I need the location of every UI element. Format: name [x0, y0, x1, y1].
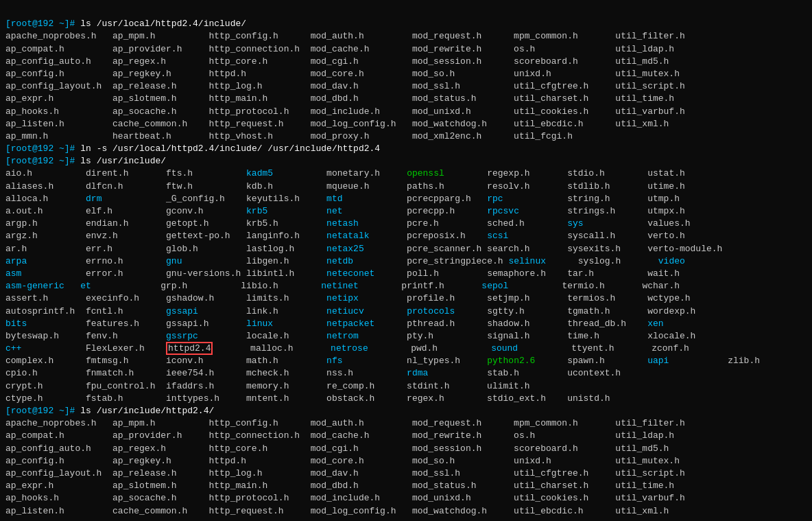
include-row-5: argp.h endian.h getopt.h krb5.h netash p… [5, 218, 691, 229]
prompt-line-2: [root@192 ~]# ln -s /usr/local/httpd2.4/… [5, 143, 380, 154]
prompt-line-1: [root@192 ~]# ls /usr/local/httpd2.4/inc… [5, 19, 246, 29]
output-row-4: ap_config.h ap_regkey.h httpd.h mod_core… [5, 69, 680, 79]
include-row-17: cpio.h fnmatch.h ieee754.h mcheck.h nss.… [5, 368, 621, 378]
httpd-row-4: ap_config.h ap_regkey.h httpd.h mod_core… [5, 456, 680, 466]
include-row-12: autosprintf.h fcntl.h gssapi link.h neti… [5, 306, 695, 316]
httpd-row-7: ap_hooks.h ap_socache.h http_protocol.h … [5, 493, 685, 503]
include-row-15: c++ FlexLexer.h httpd2.4 malloc.h netros… [5, 342, 689, 355]
output-row-5: ap_config_layout.h ap_release.h http_log… [5, 81, 685, 91]
terminal-window: [root@192 ~]# ls /usr/local/httpd2.4/inc… [5, 5, 807, 518]
output-row-1: apache_noprobes.h ap_mpm.h http_config.h… [5, 31, 685, 41]
include-row-10: asm-generic et grp.h libio.h netinet pri… [5, 281, 680, 291]
include-row-19: ctype.h fstab.h inttypes.h mntent.h obst… [5, 393, 610, 404]
output-row-3: ap_config_auto.h ap_regex.h http_core.h … [5, 56, 669, 67]
include-row-4: a.out.h elf.h gconv.h krb5 net pcrecpp.h… [5, 206, 685, 216]
prompt-line-4: [root@192 ~]# ls /usr/include/httpd2.4/ [5, 406, 214, 416]
include-row-9: asm error.h gnu-versions.h libintl.h net… [5, 268, 680, 279]
include-row-8: arpa errno.h gnu libgen.h netdb pcre_str… [5, 256, 685, 266]
include-row-16: complex.h fmtmsg.h iconv.h math.h nfs nl… [5, 356, 760, 366]
include-row-18: crypt.h fpu_control.h ifaddrs.h memory.h… [5, 381, 530, 391]
output-row-8: ap_listen.h cache_common.h http_request.… [5, 119, 669, 129]
httpd-row-5: ap_config_layout.h ap_release.h http_log… [5, 468, 685, 478]
include-row-14: byteswap.h fenv.h gssrpc locale.h netrom… [5, 331, 695, 341]
output-row-6: ap_expr.h ap_slotmem.h http_main.h mod_d… [5, 93, 674, 104]
include-row-11: assert.h execinfo.h gshadow.h limits.h n… [5, 293, 691, 303]
prompt-line-3: [root@192 ~]# ls /usr/include/ [5, 156, 166, 166]
output-row-9: ap_mmn.h heartbeat.h http_vhost.h mod_pr… [5, 131, 573, 141]
httpd-row-3: ap_config_auto.h ap_regex.h http_core.h … [5, 443, 669, 454]
include-row-6: argz.h envz.h gettext-po.h langinfo.h ne… [5, 231, 685, 241]
output-row-7: ap_hooks.h ap_socache.h http_protocol.h … [5, 106, 685, 117]
include-row-13: bits features.h gssapi.h linux netpacket… [5, 319, 664, 329]
httpd-row-1: apache_noprobes.h ap_mpm.h http_config.h… [5, 418, 685, 428]
httpd-row-8: ap_listen.h cache_common.h http_request.… [5, 506, 669, 516]
include-row-1: aio.h dirent.h fts.h kadm5 monetary.h op… [5, 168, 685, 178]
httpd-row-6: ap_expr.h ap_slotmem.h http_main.h mod_d… [5, 481, 674, 491]
include-row-3: alloca.h drm _G_config.h keyutils.h mtd … [5, 194, 680, 204]
include-row-7: ar.h err.h glob.h lastlog.h netax25 pcre… [5, 244, 722, 254]
output-row-2: ap_compat.h ap_provider.h http_connectio… [5, 44, 674, 54]
include-row-2: aliases.h dlfcn.h ftw.h kdb.h mqueue.h p… [5, 181, 685, 192]
httpd-row-2: ap_compat.h ap_provider.h http_connectio… [5, 430, 674, 441]
